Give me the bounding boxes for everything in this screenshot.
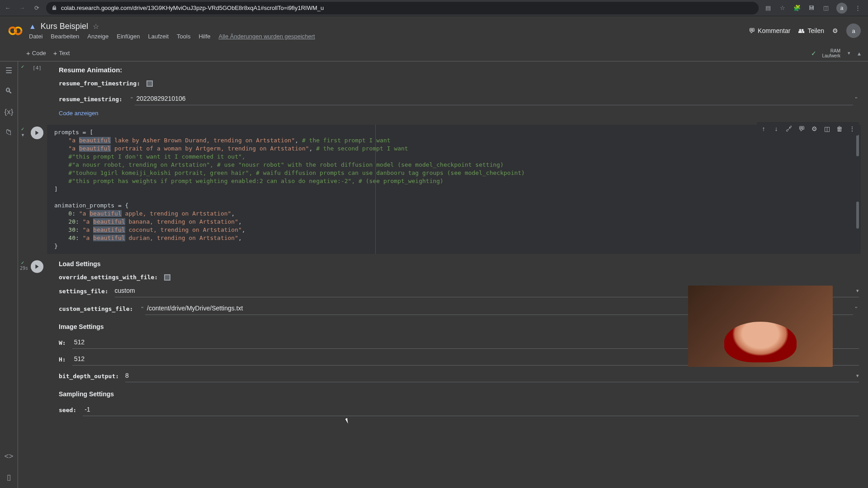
menu-help[interactable]: Hilfe [198, 33, 210, 40]
forward-icon[interactable]: → [18, 4, 26, 12]
prompts-code-cell: ↑ ↓ 🔗︎ 💬︎ ⚙ ◫ 🗑︎ ⋮ ✓ ▼ prompts = [27, 125, 861, 254]
resume-from-label: resume_from_timestring: [59, 80, 140, 87]
ram-indicator[interactable]: RAM Laufwerk [822, 48, 840, 58]
title-block: ▲ Kurs Beispiel ☆ Datei Bearbeiten Anzei… [29, 22, 749, 40]
code-editor[interactable]: prompts = [ "a beautiful lake by Asher B… [47, 125, 861, 254]
files-icon[interactable]: 📁︎ [5, 128, 14, 137]
left-rail: ☰ 🔍︎ {x} 📁︎ <> ▯ [0, 61, 18, 488]
plus-icon: + [53, 49, 57, 57]
share-button[interactable]: 👥︎ Teilen [798, 27, 824, 34]
resume-title: Resume Animation: [59, 66, 859, 74]
title-row: ▲ Kurs Beispiel ☆ [29, 22, 749, 31]
runtime-menu-dropdown[interactable]: ▾ [845, 50, 853, 56]
quote-close: " [853, 305, 859, 312]
success-check-icon: ✓ [21, 260, 24, 265]
menu-tools[interactable]: Tools [177, 33, 190, 40]
sidepanel-icon[interactable]: ◫ [822, 4, 830, 12]
connected-check-icon: ✓ [811, 50, 816, 57]
main-area: ☰ 🔍︎ {x} 📁︎ <> ▯ ✓ [4] Resume Animation:… [0, 61, 868, 488]
extension-icon[interactable]: 🧩 [793, 4, 801, 12]
bit-depth-select[interactable]: 8 ▾ [125, 370, 859, 382]
menu-file[interactable]: Datei [29, 33, 42, 40]
star-icon[interactable]: ☆ [93, 22, 99, 31]
saved-indicator: Alle Änderungen wurden gespeichert [218, 33, 315, 40]
bit-depth-row: bit_depth_output: 8 ▾ [59, 370, 859, 382]
notebook-title[interactable]: Kurs Beispiel [41, 22, 88, 31]
toc-icon[interactable]: ☰ [5, 66, 14, 75]
seed-label: seed: [59, 407, 76, 413]
quote-close: " [853, 96, 859, 103]
save-icon[interactable]: 💾︎ [807, 4, 816, 12]
menu-bar: Datei Bearbeiten Anzeige Einfügen Laufze… [29, 33, 749, 40]
translate-icon[interactable]: ▤ [764, 4, 772, 12]
colab-logo[interactable] [7, 23, 24, 39]
seed-input[interactable] [83, 404, 859, 416]
move-up-icon[interactable]: ↑ [758, 123, 769, 135]
add-text-button[interactable]: + Text [50, 47, 74, 59]
minimap-indicator [856, 202, 859, 229]
delete-cell-icon[interactable]: 🗑︎ [834, 123, 845, 135]
reload-icon[interactable]: ⟳ [33, 4, 41, 12]
user-avatar[interactable]: a [846, 23, 861, 38]
share-icon: 👥︎ [798, 27, 805, 34]
mirror-cell-icon[interactable]: ◫ [821, 123, 833, 135]
menu-edit[interactable]: Bearbeiten [51, 33, 79, 40]
comment-button[interactable]: 💬︎ Kommentar [749, 27, 790, 34]
resume-ts-row: resume_timestring: " " [59, 93, 859, 105]
run-cell-button[interactable] [31, 127, 43, 139]
quote-open: " [139, 305, 145, 312]
collapse-icon[interactable]: ▴ [858, 50, 861, 57]
seed-row: seed: [59, 404, 859, 416]
run-cell-button[interactable] [31, 260, 43, 273]
settings-gear-icon[interactable]: ⚙ [832, 27, 838, 34]
cell-exec-count: [4] [33, 65, 42, 71]
browser-avatar[interactable]: a [836, 3, 847, 14]
settings-file-label: settings_file: [59, 288, 108, 295]
cell-gutter: ✓ [4] [27, 64, 47, 71]
w-label: W: [59, 339, 66, 346]
add-comment-icon[interactable]: 💬︎ [796, 123, 807, 135]
toolbar: + Code + Text ✓ RAM Laufwerk ▾ ▴ [0, 45, 868, 61]
success-check-icon: ✓ [21, 64, 24, 69]
add-code-button[interactable]: + Code [23, 47, 50, 59]
load-title: Load Settings [59, 260, 859, 267]
load-gutter: ✓ 29s [27, 260, 47, 273]
resume-animation-cell: ✓ [4] Resume Animation: resume_from_time… [27, 61, 868, 121]
menu-view[interactable]: Anzeige [87, 33, 108, 40]
move-down-icon[interactable]: ↓ [770, 123, 782, 135]
lock-icon: 🔒︎ [52, 5, 57, 11]
sampling-title: Sampling Settings [59, 390, 859, 398]
show-code-link[interactable]: Code anzeigen [59, 110, 859, 117]
override-label: override_settings_with_file: [59, 274, 158, 281]
menu-insert[interactable]: Einfügen [117, 33, 140, 40]
cell-settings-icon[interactable]: ⚙ [808, 123, 820, 135]
chevron-down-icon: ▾ [856, 373, 859, 379]
menu-dots-icon[interactable]: ⋮ [854, 4, 862, 12]
notebook-content[interactable]: ✓ [4] Resume Animation: resume_from_time… [18, 61, 868, 488]
collapse-arrow-icon[interactable]: ▼ [21, 133, 25, 137]
back-icon[interactable]: ← [4, 4, 12, 12]
exec-time: 29s [20, 266, 28, 271]
resume-ts-input[interactable] [135, 93, 854, 105]
browser-chrome: ← → ⟳ 🔒︎ colab.research.google.com/drive… [0, 0, 868, 16]
rail-bottom: <> ▯ [5, 452, 14, 488]
search-icon[interactable]: 🔍︎ [5, 87, 14, 96]
copy-link-icon[interactable]: 🔗︎ [783, 123, 795, 135]
menu-runtime[interactable]: Laufzeit [148, 33, 169, 40]
url-bar[interactable]: 🔒︎ colab.research.google.com/drive/13G9K… [46, 2, 759, 14]
resume-ts-label: resume_timestring: [59, 96, 123, 103]
override-checkbox[interactable] [164, 274, 170, 281]
h-label: H: [59, 356, 66, 363]
webcam-overlay [688, 286, 833, 367]
code-snippets-icon[interactable]: <> [5, 452, 14, 461]
variables-icon[interactable]: {x} [5, 108, 14, 117]
custom-settings-label: custom_settings_file: [59, 305, 133, 312]
toolbar-right: ✓ RAM Laufwerk ▾ ▴ [811, 48, 861, 58]
nav-icons: ← → ⟳ [4, 4, 41, 12]
code-gutter: ✓ ▼ [27, 127, 47, 139]
cell-menu-icon[interactable]: ⋮ [846, 123, 858, 135]
terminal-icon[interactable]: ▯ [5, 473, 14, 482]
star-outline-icon[interactable]: ☆ [778, 4, 787, 12]
resume-from-checkbox[interactable] [146, 80, 153, 87]
override-row: override_settings_with_file: [59, 274, 859, 281]
